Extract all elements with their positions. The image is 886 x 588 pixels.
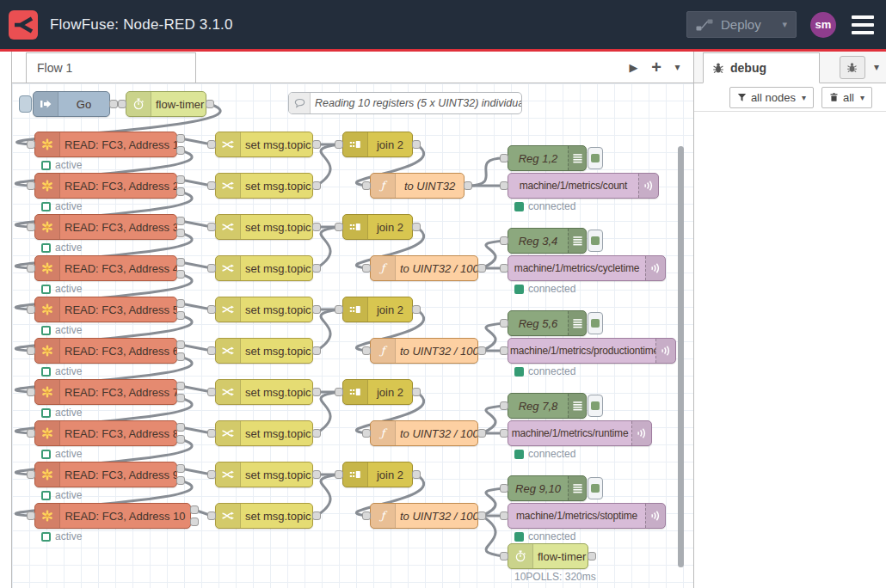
node-mq4[interactable]: machine/1/metrics/runtime (508, 420, 652, 446)
output-port[interactable] (176, 311, 185, 320)
input-port[interactable] (500, 319, 508, 328)
wire[interactable] (317, 309, 339, 351)
wire[interactable] (317, 227, 339, 268)
output-port[interactable] (312, 429, 321, 438)
node-ch8[interactable]: set msg.topic (215, 420, 313, 446)
input-port[interactable] (500, 154, 508, 162)
input-port[interactable] (27, 264, 35, 273)
output-port[interactable] (176, 382, 185, 390)
node-join4[interactable]: join 2 (342, 379, 413, 405)
node-read3[interactable]: READ: FC3, Address 3 (34, 214, 177, 240)
add-flow-button[interactable]: + (651, 58, 661, 77)
node-ch2[interactable]: set msg.topic (215, 173, 313, 199)
input-port[interactable] (207, 429, 216, 438)
node-fn1[interactable]: ƒto UINT32 (370, 173, 465, 199)
wire[interactable] (468, 158, 504, 186)
output-port[interactable] (477, 511, 486, 520)
debug-toggle-panel-button[interactable] (840, 56, 865, 79)
output-port[interactable] (588, 552, 596, 560)
output-port[interactable] (412, 223, 421, 231)
node-read2[interactable]: READ: FC3, Address 2 (34, 173, 177, 199)
output-port[interactable] (109, 100, 118, 108)
node-read4[interactable]: READ: FC3, Address 4 (34, 255, 177, 281)
input-port[interactable] (362, 429, 371, 438)
output-port[interactable] (176, 299, 185, 308)
output-port[interactable] (477, 429, 486, 438)
inject-trigger-button[interactable] (19, 95, 32, 113)
input-port[interactable] (207, 140, 216, 149)
input-port[interactable] (207, 388, 216, 396)
node-fn5[interactable]: ƒto UINT32 / 100 (370, 503, 478, 529)
output-port[interactable] (477, 346, 486, 355)
output-port[interactable] (176, 476, 185, 485)
node-go[interactable]: Go (33, 91, 110, 117)
node-read1[interactable]: READ: FC3, Address 1 (34, 132, 177, 157)
input-port[interactable] (500, 552, 508, 560)
wire[interactable] (317, 475, 339, 516)
input-port[interactable] (500, 264, 508, 273)
debug-toggle-button[interactable] (588, 395, 603, 417)
palette-collapsed-strip[interactable] (0, 52, 12, 588)
input-port[interactable] (362, 511, 371, 520)
output-port[interactable] (176, 175, 185, 184)
input-port[interactable] (207, 264, 216, 273)
output-port[interactable] (412, 305, 421, 314)
tab-flow-1[interactable]: Flow 1 (26, 52, 196, 83)
node-mq2[interactable]: machine/1/metrics/cycletime (508, 255, 666, 281)
output-port[interactable] (176, 394, 185, 402)
input-port[interactable] (27, 511, 35, 520)
debug-toggle-button[interactable] (588, 230, 603, 252)
output-port[interactable] (176, 258, 185, 266)
node-ch9[interactable]: set msg.topic (215, 462, 313, 487)
input-port[interactable] (335, 223, 343, 231)
input-port[interactable] (500, 484, 508, 493)
wire[interactable] (482, 516, 504, 556)
user-avatar[interactable]: sm (810, 12, 836, 38)
node-dbg3[interactable]: Reg 5,6 (508, 310, 587, 336)
output-port[interactable] (312, 470, 321, 479)
node-read9[interactable]: READ: FC3, Address 9 (34, 462, 177, 487)
output-port[interactable] (190, 518, 199, 526)
output-port[interactable] (176, 464, 185, 473)
node-ch10[interactable]: set msg.topic (215, 503, 313, 529)
output-port[interactable] (190, 505, 199, 514)
wire[interactable] (317, 144, 339, 186)
debug-messages-panel[interactable] (694, 112, 886, 588)
input-port[interactable] (207, 346, 216, 355)
output-port[interactable] (312, 264, 321, 273)
debug-toggle-button[interactable] (588, 477, 603, 499)
input-port[interactable] (27, 429, 35, 438)
output-port[interactable] (176, 270, 185, 279)
node-ch4[interactable]: set msg.topic (215, 255, 313, 281)
run-flow-button[interactable]: ▶ (630, 61, 638, 74)
input-port[interactable] (335, 140, 343, 149)
node-ch6[interactable]: set msg.topic (215, 338, 313, 364)
output-port[interactable] (464, 181, 472, 190)
output-port[interactable] (206, 100, 214, 108)
node-dbg2[interactable]: Reg 3,4 (508, 228, 587, 254)
clear-debug-button[interactable]: all ▾ (821, 87, 872, 108)
output-port[interactable] (176, 187, 185, 196)
output-port[interactable] (312, 346, 321, 355)
flow-canvas[interactable]: Goflow-timerReading 10 registers (5 x UI… (12, 83, 693, 588)
output-port[interactable] (176, 134, 185, 143)
output-port[interactable] (176, 340, 185, 349)
node-join1[interactable]: join 2 (342, 132, 413, 157)
input-port[interactable] (335, 305, 343, 314)
input-port[interactable] (27, 140, 35, 149)
input-port[interactable] (362, 264, 371, 273)
node-fn3[interactable]: ƒto UINT32 / 100 (370, 338, 478, 364)
debug-toggle-button[interactable] (588, 147, 603, 169)
output-port[interactable] (412, 388, 421, 396)
output-port[interactable] (176, 146, 185, 155)
sidebar-menu-caret-icon[interactable]: ▾ (874, 61, 879, 73)
output-port[interactable] (312, 181, 321, 190)
wire[interactable] (317, 392, 339, 433)
output-port[interactable] (176, 435, 185, 444)
node-timer_top[interactable]: flow-timer (126, 91, 206, 117)
debug-toggle-button[interactable] (588, 312, 603, 334)
node-read8[interactable]: READ: FC3, Address 8 (34, 420, 177, 446)
node-fn4[interactable]: ƒto UINT32 / 100 (370, 420, 478, 446)
deploy-caret-icon[interactable]: ▾ (782, 19, 787, 30)
output-port[interactable] (412, 140, 421, 149)
